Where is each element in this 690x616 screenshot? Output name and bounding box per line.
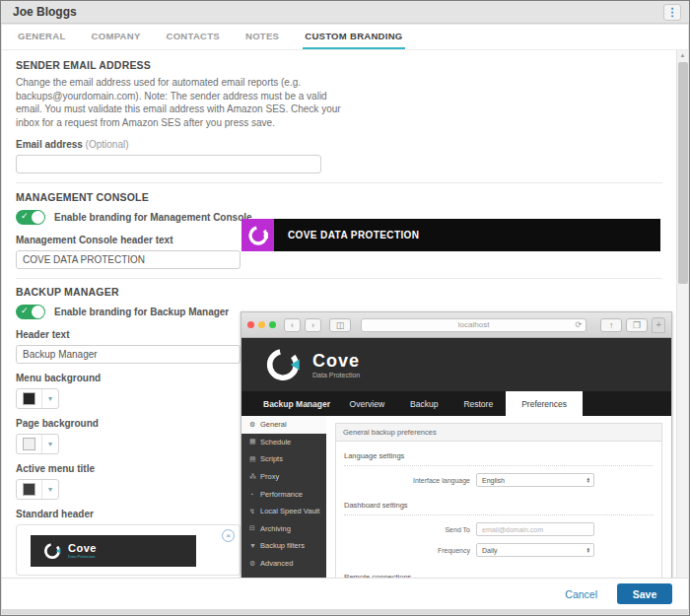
tab-overview-icon[interactable]: ❐ bbox=[626, 318, 648, 332]
scroll-up-icon[interactable]: ▲ bbox=[677, 50, 688, 58]
preview-nav-overview[interactable]: Overview bbox=[337, 391, 397, 416]
share-icon[interactable]: ↑ bbox=[600, 318, 622, 332]
document-icon: ▤ bbox=[249, 455, 260, 463]
page-scrollbar[interactable]: ▲ bbox=[676, 50, 688, 614]
menu-background-swatch bbox=[23, 392, 35, 405]
bm-toggle-row: ✓ Enable branding for Backup Manager bbox=[16, 305, 241, 319]
zoom-window-icon[interactable] bbox=[269, 321, 276, 328]
preview-nav-preferences[interactable]: Preferences bbox=[506, 391, 583, 416]
frequency-select[interactable]: Daily ▴▾ bbox=[476, 543, 594, 557]
management-console-section: MANAGEMENT CONSOLE ✓ Enable branding for… bbox=[16, 183, 662, 269]
preview-nav-brand: Backup Manager bbox=[242, 391, 330, 416]
bottom-strip bbox=[2, 609, 688, 614]
refresh-icon[interactable]: ⟳ bbox=[575, 320, 582, 329]
stepper-icon: ▴▾ bbox=[586, 477, 589, 483]
frequency-label: Frequency bbox=[344, 547, 470, 554]
remote-connections-heading: Remote connections bbox=[344, 569, 654, 578]
cove-logo-icon bbox=[42, 541, 62, 561]
header-image-tagline: Data Protection bbox=[68, 555, 97, 559]
calendar-icon: ▦ bbox=[249, 438, 260, 445]
preview-sidebar: ⚙General ▦Schedule ▤Scripts ⁂Proxy ◔Perf… bbox=[242, 416, 326, 578]
cancel-button[interactable]: Cancel bbox=[565, 588, 597, 600]
email-optional-hint: (Optional) bbox=[86, 139, 129, 150]
preview-sidebar-item-general[interactable]: ⚙General bbox=[242, 416, 326, 434]
gears-icon: ⚙ bbox=[249, 560, 260, 568]
active-menu-title-picker[interactable]: ▾ bbox=[16, 479, 59, 500]
preview-sidebar-item-local-speed-vault[interactable]: ↯Local Speed Vault bbox=[242, 503, 326, 520]
tab-custom-branding[interactable]: CUSTOM BRANDING bbox=[303, 25, 404, 49]
interface-language-select[interactable]: English ▴▾ bbox=[476, 473, 594, 487]
new-tab-icon[interactable]: + bbox=[652, 317, 665, 333]
folder-icon: ⊟ bbox=[249, 524, 260, 532]
close-window-icon[interactable] bbox=[247, 321, 254, 328]
menu-background-picker[interactable]: ▾ bbox=[16, 388, 59, 409]
app-window: Joe Bloggs ⋮ GENERAL COMPANY CONTACTS NO… bbox=[0, 0, 690, 616]
titlebar: Joe Bloggs ⋮ bbox=[1, 1, 689, 24]
preview-sidebar-item-scripts[interactable]: ▤Scripts bbox=[242, 450, 326, 468]
send-to-input[interactable]: email@domain.com bbox=[476, 522, 594, 536]
gear-icon: ⚙ bbox=[249, 421, 260, 429]
preview-brand-name: Cove bbox=[312, 352, 360, 370]
preview-sidebar-item-advanced[interactable]: ⚙Advanced bbox=[242, 555, 326, 573]
bm-header-text-input[interactable] bbox=[16, 345, 241, 364]
network-icon: ⁂ bbox=[249, 473, 260, 481]
preview-sidebar-item-backup-filters[interactable]: ▼Backup filters bbox=[242, 537, 326, 555]
page-background-swatch bbox=[23, 438, 35, 450]
mc-toggle-label: Enable branding for Management Console bbox=[54, 212, 252, 223]
active-menu-title-label: Active menu title bbox=[16, 463, 241, 474]
cove-logo-icon bbox=[263, 345, 303, 384]
remove-header-icon[interactable]: × bbox=[222, 529, 235, 542]
header-image-brand: Cove bbox=[68, 543, 97, 554]
tab-contacts[interactable]: CONTACTS bbox=[165, 25, 222, 49]
tab-bar: GENERAL COMPANY CONTACTS NOTES CUSTOM BR… bbox=[2, 25, 688, 50]
preview-brand-tagline: Data Protection bbox=[312, 372, 360, 378]
forward-icon[interactable]: › bbox=[305, 318, 321, 332]
dashboard-settings-heading: Dashboard settings bbox=[344, 497, 654, 515]
browser-chrome: ‹ › ◫ localhost ⟳ ↑ ❐ + bbox=[242, 312, 671, 338]
standard-header-label: Standard header bbox=[16, 509, 241, 519]
address-bar[interactable]: localhost ⟳ bbox=[361, 318, 586, 332]
scrollbar-thumb[interactable] bbox=[678, 62, 688, 284]
kebab-menu-icon[interactable]: ⋮ bbox=[663, 4, 681, 21]
mc-header-text-input[interactable] bbox=[16, 250, 241, 269]
email-address-input[interactable] bbox=[16, 155, 321, 173]
tab-general[interactable]: GENERAL bbox=[16, 25, 68, 49]
preview-sidebar-item-archiving[interactable]: ⊟Archiving bbox=[242, 520, 326, 538]
backup-manager-controls: BACKUP MANAGER ✓ Enable branding for Bac… bbox=[16, 286, 241, 578]
backup-manager-section: BACKUP MANAGER ✓ Enable branding for Bac… bbox=[16, 279, 662, 578]
page-background-label: Page background bbox=[16, 418, 241, 429]
footer-bar: Cancel Save bbox=[2, 578, 688, 609]
preview-body: ⚙General ▦Schedule ▤Scripts ⁂Proxy ◔Perf… bbox=[242, 416, 671, 578]
preview-nav-restore[interactable]: Restore bbox=[450, 391, 506, 416]
sidebar-toggle-icon[interactable]: ◫ bbox=[329, 318, 351, 332]
bm-branding-toggle[interactable]: ✓ bbox=[16, 305, 45, 319]
chevron-down-icon: ▾ bbox=[42, 440, 58, 448]
mc-header-preview: COVE DATA PROTECTION bbox=[242, 219, 660, 251]
menu-background-label: Menu background bbox=[16, 373, 241, 383]
save-button[interactable]: Save bbox=[617, 583, 672, 604]
content-area: SENDER EMAIL ADDRESS Change the email ad… bbox=[2, 50, 688, 578]
mc-branding-toggle[interactable]: ✓ bbox=[16, 210, 45, 225]
preview-sidebar-item-proxy[interactable]: ⁂Proxy bbox=[242, 468, 326, 486]
interface-language-label: Interface language bbox=[344, 477, 470, 484]
preview-sidebar-item-performance[interactable]: ◔Performance bbox=[242, 485, 326, 503]
tab-company[interactable]: COMPANY bbox=[90, 25, 143, 49]
stepper-icon: ▴▾ bbox=[586, 547, 589, 553]
page-background-picker[interactable]: ▾ bbox=[16, 434, 59, 454]
backup-manager-heading: BACKUP MANAGER bbox=[16, 286, 241, 298]
standard-header-upload: × Cove Data Protection bbox=[16, 524, 241, 576]
minimize-window-icon[interactable] bbox=[258, 321, 265, 328]
email-address-label: Email address (Optional) bbox=[16, 139, 662, 150]
tab-notes[interactable]: NOTES bbox=[243, 25, 281, 49]
preview-main: General backup preferences Language sett… bbox=[326, 416, 671, 578]
preview-nav-backup[interactable]: Backup bbox=[397, 391, 450, 416]
toggle-check-icon: ✓ bbox=[21, 306, 29, 315]
toggle-check-icon: ✓ bbox=[21, 211, 29, 221]
preview-sidebar-item-schedule[interactable]: ▦Schedule bbox=[242, 434, 326, 451]
preview-brand-header: Cove Data Protection bbox=[242, 338, 671, 391]
preview-nav-bar: Backup Manager Overview Backup Restore P… bbox=[242, 391, 671, 416]
sender-email-heading: SENDER EMAIL ADDRESS bbox=[16, 59, 662, 71]
back-icon[interactable]: ‹ bbox=[284, 318, 301, 332]
mc-preview-header-bar: COVE DATA PROTECTION bbox=[274, 219, 660, 251]
sender-email-description: Change the email address used for automa… bbox=[16, 76, 356, 129]
